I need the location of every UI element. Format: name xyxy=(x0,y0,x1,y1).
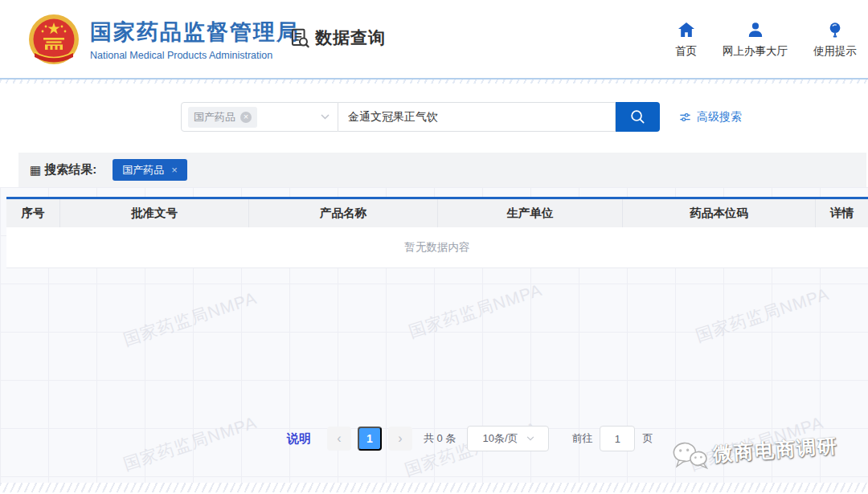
active-filter-tag-label: 国产药品 xyxy=(122,163,164,178)
nav-service-hall-label: 网上办事大厅 xyxy=(723,44,788,59)
page-size-select[interactable]: 10条/页 xyxy=(467,426,549,451)
goto-page-input[interactable] xyxy=(600,426,635,451)
section-title: 数据查询 xyxy=(289,27,386,49)
prev-page-button[interactable]: ‹ xyxy=(327,427,351,451)
category-tag-label: 国产药品 xyxy=(194,110,235,125)
category-tag: 国产药品 × xyxy=(188,107,257,128)
empty-state-message: 暂无数据内容 xyxy=(6,227,868,268)
site-watermark: 国家药监局NMPA xyxy=(121,287,260,351)
advanced-search-label: 高级搜索 xyxy=(697,110,742,125)
column-header-drug-code: 药品本位码 xyxy=(623,199,816,227)
search-results-bar: ▦ 搜索结果: 国产药品 × xyxy=(18,153,866,187)
header-divider xyxy=(0,78,868,84)
goto-page-label: 前往 xyxy=(571,431,592,446)
advanced-search-link[interactable]: 高级搜索 xyxy=(679,110,742,125)
home-icon xyxy=(678,22,695,38)
site-watermark: 国家药监局NMPA xyxy=(121,411,260,476)
nav-home[interactable]: 首页 xyxy=(675,22,697,59)
search-input[interactable] xyxy=(338,102,616,132)
search-results-label: 搜索结果: xyxy=(44,162,96,178)
page-size-value: 10条/页 xyxy=(482,431,518,446)
agency-brand: 国家药品监督管理局 National Medical Products Admi… xyxy=(28,14,300,65)
table-header-row: 序号 批准文号 产品名称 生产单位 药品本位码 详情 xyxy=(6,199,868,227)
search-button[interactable] xyxy=(616,102,660,132)
category-select[interactable]: 国产药品 × xyxy=(181,102,338,132)
document-search-icon xyxy=(289,27,311,49)
category-tag-close-icon[interactable]: × xyxy=(240,112,252,123)
results-table: 序号 批准文号 产品名称 生产单位 药品本位码 详情 暂无数据内容 xyxy=(6,197,868,268)
header: 国家药品监督管理局 National Medical Products Admi… xyxy=(0,0,868,78)
footer-divider xyxy=(0,483,868,492)
site-watermark: 国家药监局NMPA xyxy=(693,283,832,347)
nav-service-hall[interactable]: 网上办事大厅 xyxy=(723,22,788,59)
magnifier-icon xyxy=(629,108,646,125)
pagination: 说明 ‹ 1 › 共 0 条 10条/页 前往 页 xyxy=(287,426,653,451)
column-header-index: 序号 xyxy=(6,199,60,227)
user-icon xyxy=(747,22,764,38)
agency-name-zh: 国家药品监督管理局 xyxy=(90,18,300,47)
column-header-details: 详情 xyxy=(816,199,868,227)
active-filter-tag[interactable]: 国产药品 × xyxy=(113,159,187,181)
nav-usage-tips[interactable]: 使用提示 xyxy=(813,22,857,59)
agency-name-en: National Medical Products Administration xyxy=(90,50,300,61)
nav-home-label: 首页 xyxy=(675,44,697,59)
column-header-manufacturer: 生产单位 xyxy=(438,199,623,227)
filter-sliders-icon xyxy=(679,112,691,123)
overlay-brand-text: 微商电商调研 xyxy=(712,433,839,467)
grid-icon: ▦ xyxy=(30,163,41,178)
nmpa-data-query-page: 国家药监局NMPA 国家药监局NMPA 国家药监局NMPA 国家药监局NMPA … xyxy=(0,0,868,494)
search-bar: 国产药品 × 高级搜索 xyxy=(181,102,742,132)
chevron-down-icon xyxy=(526,436,534,441)
next-page-button[interactable]: › xyxy=(388,427,412,451)
national-emblem-logo xyxy=(28,14,80,65)
nav-usage-tips-label: 使用提示 xyxy=(813,44,857,59)
filter-tag-close-icon[interactable]: × xyxy=(171,164,178,176)
chat-bubbles-icon xyxy=(670,439,710,473)
site-watermark: 国家药监局NMPA xyxy=(406,279,545,343)
total-count-label: 共 0 条 xyxy=(424,431,456,446)
goto-page-unit: 页 xyxy=(642,431,653,446)
lightbulb-icon xyxy=(826,22,844,38)
column-header-product-name: 产品名称 xyxy=(249,199,438,227)
section-title-label: 数据查询 xyxy=(315,27,386,49)
agency-title-block: 国家药品监督管理局 National Medical Products Admi… xyxy=(90,18,300,61)
chevron-down-icon xyxy=(321,114,330,120)
top-navigation: 首页 网上办事大厅 使用提示 xyxy=(675,22,857,59)
note-link[interactable]: 说明 xyxy=(287,431,311,447)
current-page-button[interactable]: 1 xyxy=(358,427,382,451)
column-header-approval-number: 批准文号 xyxy=(60,199,249,227)
